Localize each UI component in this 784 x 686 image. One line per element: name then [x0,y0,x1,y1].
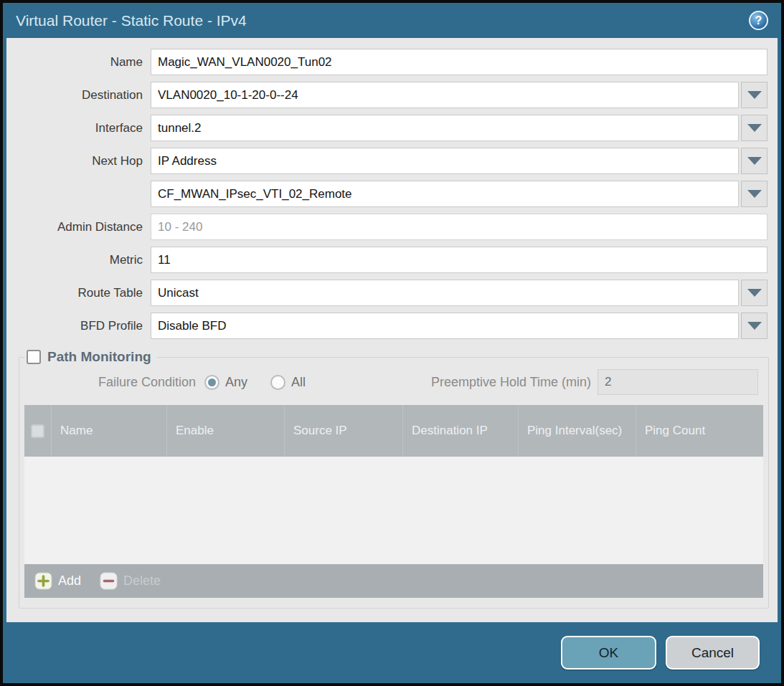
path-monitoring-title: Path Monitoring [47,349,151,365]
form-row-metric: Metric [6,247,768,273]
column-header-name: Name [52,405,167,457]
metric-label: Metric [6,253,151,267]
table-body-empty [24,457,763,564]
failure-condition-all: All [270,375,306,390]
bfd-profile-dropdown-button[interactable] [741,313,768,339]
radio-all-label: All [291,375,306,390]
admin-distance-label: Admin Distance [6,220,151,234]
column-header-source-ip: Source IP [285,405,403,457]
help-icon[interactable]: ? [749,11,768,30]
form-row-route-table: Route Table [6,280,768,306]
dialog-footer: OK Cancel [6,622,778,683]
next-hop-address-dropdown-button[interactable] [741,181,768,207]
path-monitoring-legend: Path Monitoring [25,349,157,365]
column-header-ping-count: Ping Count [636,405,763,457]
radio-all[interactable] [270,375,285,390]
form-row-admin-distance: Admin Distance [6,214,768,240]
next-hop-type-input[interactable] [151,148,739,174]
interface-input[interactable] [151,115,739,141]
next-hop-dropdown-button[interactable] [741,148,768,174]
dialog-body: Name Destination Interface [6,38,778,622]
path-monitoring-section: Path Monitoring Failure Condition Any Al… [19,349,769,609]
next-hop-label: Next Hop [6,154,151,168]
add-button-label: Add [58,573,81,589]
add-button[interactable]: Add [34,572,81,590]
dialog-title: Virtual Router - Static Route - IPv4 [16,12,247,29]
destination-label: Destination [6,88,151,103]
static-route-dialog: Virtual Router - Static Route - IPv4 ? N… [0,0,784,686]
bfd-profile-label: BFD Profile [6,319,151,333]
radio-any-label: Any [225,375,247,390]
destination-input[interactable] [151,82,739,108]
route-table-input[interactable] [151,280,739,306]
chevron-down-icon [747,124,762,132]
preemptive-hold-label: Preemptive Hold Time (min) [431,375,598,390]
chevron-down-icon [747,157,762,165]
chevron-down-icon [747,190,762,198]
preemptive-hold-input[interactable] [598,369,758,395]
bfd-profile-input[interactable] [151,313,739,339]
failure-condition-any: Any [204,375,247,390]
form-row-destination: Destination [6,82,768,108]
failure-condition-row: Failure Condition Any All Preemptive Hol… [24,369,758,395]
delete-button[interactable]: Delete [100,572,161,590]
form-row-name: Name [6,49,768,75]
interface-label: Interface [6,121,151,135]
metric-input[interactable] [151,247,768,273]
ok-button[interactable]: OK [561,636,656,670]
radio-any[interactable] [204,375,219,390]
plus-icon [34,572,52,590]
name-label: Name [6,55,151,70]
column-header-destination-ip: Destination IP [403,405,519,457]
title-bar: Virtual Router - Static Route - IPv4 ? [7,3,777,38]
form-row-interface: Interface [6,115,768,141]
table-header-row: Name Enable Source IP Destination IP Pin… [24,405,763,457]
interface-dropdown-button[interactable] [741,115,768,141]
select-all-checkbox[interactable] [31,424,44,438]
chevron-down-icon [747,322,762,330]
path-monitoring-table: Name Enable Source IP Destination IP Pin… [24,405,763,598]
minus-icon [100,572,118,590]
failure-condition-label: Failure Condition [24,375,204,390]
form-row-bfd-profile: BFD Profile [6,313,768,339]
column-header-enable: Enable [167,405,285,457]
cancel-button[interactable]: Cancel [666,636,760,670]
route-table-label: Route Table [6,286,151,300]
route-table-dropdown-button[interactable] [741,280,768,306]
chevron-down-icon [747,91,762,99]
column-header-ping-interval: Ping Interval(sec) [519,405,636,457]
admin-distance-input[interactable] [151,214,768,240]
name-input[interactable] [151,49,768,75]
table-action-bar: Add Delete [24,564,763,598]
form-row-next-hop-address [6,181,768,207]
chevron-down-icon [747,289,762,297]
next-hop-address-input[interactable] [151,181,739,207]
form-row-next-hop: Next Hop [6,148,768,174]
path-monitoring-checkbox[interactable] [27,350,41,364]
delete-button-label: Delete [123,573,161,589]
preemptive-hold-group: Preemptive Hold Time (min) [431,369,758,395]
destination-dropdown-button[interactable] [741,82,768,108]
